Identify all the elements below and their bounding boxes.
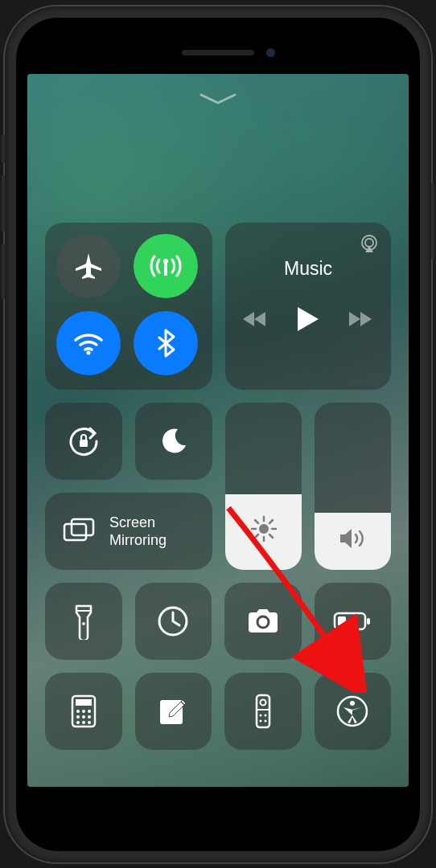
svg-point-39 bbox=[260, 699, 265, 705]
bluetooth-icon bbox=[150, 327, 182, 359]
svg-rect-0 bbox=[164, 263, 167, 276]
svg-rect-7 bbox=[72, 519, 93, 535]
screen-mirroring-icon bbox=[63, 518, 95, 545]
svg-point-40 bbox=[259, 714, 261, 716]
power-button bbox=[431, 183, 434, 260]
front-camera bbox=[266, 48, 275, 57]
brightness-slider[interactable] bbox=[225, 403, 302, 570]
screen-mirroring-button[interactable]: Screen Mirroring bbox=[45, 493, 212, 570]
svg-point-31 bbox=[88, 715, 91, 719]
svg-rect-5 bbox=[80, 440, 88, 447]
svg-rect-22 bbox=[367, 618, 370, 624]
note-button[interactable] bbox=[135, 673, 212, 750]
svg-point-34 bbox=[88, 721, 91, 724]
timer-button[interactable] bbox=[135, 583, 212, 660]
timer-icon bbox=[156, 604, 190, 638]
fast-forward-icon[interactable] bbox=[349, 311, 373, 327]
wifi-icon bbox=[71, 326, 106, 361]
volume-slider[interactable] bbox=[315, 403, 391, 570]
airplane-mode-toggle[interactable] bbox=[56, 234, 121, 298]
camera-icon bbox=[245, 608, 281, 635]
remote-icon bbox=[255, 694, 271, 729]
moon-icon bbox=[158, 426, 189, 457]
volume-down-button bbox=[2, 244, 5, 300]
svg-point-43 bbox=[264, 719, 266, 722]
bluetooth-toggle[interactable] bbox=[134, 311, 198, 375]
svg-point-8 bbox=[259, 524, 269, 534]
calculator-button[interactable] bbox=[45, 673, 122, 750]
rewind-icon[interactable] bbox=[243, 311, 267, 327]
svg-point-26 bbox=[76, 710, 80, 713]
brightness-icon bbox=[250, 515, 278, 542]
control-center: Music bbox=[45, 223, 391, 763]
svg-line-16 bbox=[255, 534, 258, 538]
remote-button[interactable] bbox=[224, 673, 302, 750]
earpiece bbox=[182, 50, 254, 55]
low-power-button[interactable] bbox=[315, 583, 392, 660]
svg-point-1 bbox=[163, 259, 168, 264]
svg-rect-23 bbox=[338, 616, 346, 626]
svg-point-28 bbox=[88, 710, 91, 713]
play-icon[interactable] bbox=[298, 307, 319, 331]
svg-point-18 bbox=[82, 622, 85, 625]
svg-point-42 bbox=[259, 719, 261, 722]
media-module[interactable]: Music bbox=[225, 223, 391, 390]
note-icon bbox=[157, 695, 189, 727]
svg-point-2 bbox=[87, 350, 91, 354]
screen: Music bbox=[27, 74, 409, 787]
orientation-lock-icon bbox=[66, 424, 101, 459]
mute-switch bbox=[2, 135, 5, 163]
svg-rect-25 bbox=[76, 699, 92, 706]
battery-icon bbox=[333, 612, 372, 631]
wifi-toggle[interactable] bbox=[56, 311, 121, 375]
svg-line-15 bbox=[269, 520, 273, 523]
cellular-data-toggle[interactable] bbox=[134, 234, 198, 298]
volume-icon bbox=[339, 526, 368, 551]
svg-point-29 bbox=[76, 715, 80, 719]
svg-rect-6 bbox=[64, 524, 86, 540]
dismiss-chevron-icon[interactable] bbox=[199, 93, 237, 106]
svg-point-32 bbox=[76, 721, 80, 724]
svg-point-41 bbox=[264, 714, 266, 716]
flashlight-icon bbox=[73, 603, 94, 640]
svg-point-45 bbox=[350, 701, 355, 706]
flashlight-button[interactable] bbox=[45, 583, 122, 660]
phone-frame: Music bbox=[5, 6, 431, 862]
screen-mirroring-label: Screen Mirroring bbox=[109, 514, 167, 549]
svg-point-30 bbox=[82, 715, 85, 719]
airplay-icon[interactable] bbox=[359, 234, 380, 255]
svg-line-13 bbox=[255, 520, 258, 523]
connectivity-module[interactable] bbox=[45, 223, 212, 390]
airplane-icon bbox=[72, 250, 105, 282]
accessibility-icon bbox=[335, 694, 369, 728]
phone-bezel: Music bbox=[16, 18, 420, 851]
orientation-lock-toggle[interactable] bbox=[45, 403, 122, 480]
media-controls bbox=[243, 307, 373, 331]
svg-point-27 bbox=[82, 710, 85, 713]
media-title: Music bbox=[284, 258, 332, 280]
svg-point-33 bbox=[82, 721, 85, 724]
volume-up-button bbox=[2, 175, 5, 231]
calculator-icon bbox=[71, 694, 97, 728]
accessibility-button[interactable] bbox=[315, 673, 392, 750]
cellular-icon bbox=[148, 248, 183, 284]
camera-button[interactable] bbox=[224, 583, 302, 660]
svg-line-14 bbox=[269, 534, 273, 538]
do-not-disturb-toggle[interactable] bbox=[135, 403, 212, 480]
svg-point-4 bbox=[365, 239, 373, 247]
